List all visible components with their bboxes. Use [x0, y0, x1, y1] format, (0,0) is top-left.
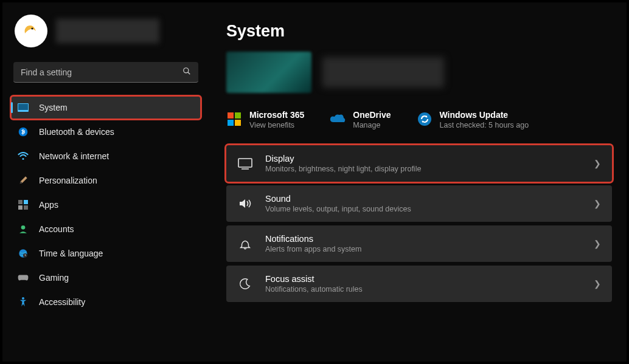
sidebar-item-apps[interactable]: Apps [11, 193, 201, 216]
sound-icon [237, 196, 253, 211]
user-block[interactable] [11, 15, 201, 47]
card-sound[interactable]: Sound Volume levels, output, input, soun… [226, 185, 612, 222]
card-focus-assist[interactable]: Focus assist Notifications, automatic ru… [226, 266, 612, 302]
sidebar-item-label: Network & internet [39, 151, 195, 161]
service-windows-update[interactable]: Windows Update Last checked: 5 hours ago [417, 110, 529, 129]
sidebar-item-accounts[interactable]: Accounts [11, 218, 201, 241]
page-title: System [226, 22, 612, 41]
svg-line-3 [188, 72, 190, 75]
svg-point-2 [184, 68, 189, 73]
search-box[interactable] [13, 62, 198, 83]
bluetooth-icon [17, 126, 29, 138]
avatar [15, 15, 47, 47]
search-input[interactable] [21, 67, 182, 77]
sidebar-item-label: Time & language [39, 249, 195, 258]
card-sub: Alerts from apps and system [265, 245, 582, 253]
card-title: Sound [265, 194, 582, 204]
system-icon [17, 101, 29, 114]
svg-rect-19 [235, 120, 241, 126]
service-sub: View benefits [249, 121, 304, 129]
svg-point-12 [21, 225, 26, 230]
main: System Microsoft 365 View benefits OneDr… [209, 2, 627, 362]
service-onedrive[interactable]: OneDrive Manage [330, 110, 391, 129]
chevron-right-icon: ❯ [594, 279, 601, 289]
sidebar-item-label: Apps [39, 200, 195, 210]
globe-icon [17, 247, 29, 259]
chevron-right-icon: ❯ [594, 239, 601, 249]
card-sub: Notifications, automatic rules [265, 285, 582, 294]
svg-point-7 [23, 158, 24, 160]
card-title: Focus assist [265, 274, 582, 284]
sidebar-item-label: Accounts [39, 224, 195, 234]
svg-point-0 [21, 31, 41, 43]
apps-icon [17, 199, 29, 211]
service-sub: Last checked: 5 hours ago [440, 121, 529, 129]
svg-point-1 [31, 27, 33, 29]
avatar-icon [19, 19, 43, 43]
gamepad-icon [17, 272, 29, 284]
device-thumbnail [226, 52, 311, 93]
service-title: Microsoft 365 [249, 110, 304, 120]
chevron-right-icon: ❯ [594, 159, 601, 168]
card-sub: Volume levels, output, input, sound devi… [265, 205, 582, 213]
svg-rect-17 [235, 112, 241, 118]
sidebar-item-gaming[interactable]: Gaming [11, 266, 201, 289]
accessibility-icon [17, 296, 29, 308]
paintbrush-icon [17, 174, 29, 187]
nav: System Bluetooth & devices Network & int… [11, 96, 201, 314]
services-row: Microsoft 365 View benefits OneDrive Man… [226, 110, 612, 129]
svg-point-15 [22, 297, 24, 300]
search-icon [182, 67, 191, 77]
service-ms365[interactable]: Microsoft 365 View benefits [226, 110, 304, 129]
card-notifications[interactable]: Notifications Alerts from apps and syste… [226, 225, 612, 262]
onedrive-icon [330, 111, 346, 127]
sidebar-item-label: Bluetooth & devices [39, 127, 195, 137]
moon-icon [237, 276, 253, 292]
svg-point-20 [418, 112, 431, 126]
svg-rect-21 [238, 159, 252, 167]
sidebar-item-time[interactable]: Time & language [11, 242, 201, 265]
person-icon [17, 223, 29, 235]
bell-icon [237, 236, 253, 252]
sidebar-item-label: Gaming [39, 273, 195, 283]
sidebar-item-network[interactable]: Network & internet [11, 145, 201, 168]
chevron-right-icon: ❯ [594, 199, 601, 208]
svg-rect-8 [18, 200, 23, 204]
card-display[interactable]: Display Monitors, brightness, night ligh… [226, 145, 612, 182]
settings-card-list: Display Monitors, brightness, night ligh… [226, 145, 612, 302]
sidebar-item-personalization[interactable]: Personalization [11, 169, 201, 192]
service-title: OneDrive [353, 110, 391, 120]
sidebar-item-accessibility[interactable]: Accessibility [11, 290, 201, 314]
wifi-icon [17, 150, 29, 162]
ms365-icon [226, 111, 242, 127]
user-info [56, 19, 159, 43]
sidebar: System Bluetooth & devices Network & int… [2, 2, 209, 362]
card-title: Notifications [265, 234, 582, 244]
service-title: Windows Update [440, 110, 529, 120]
device-info-text [322, 57, 444, 88]
card-title: Display [265, 154, 582, 163]
sidebar-item-bluetooth[interactable]: Bluetooth & devices [11, 120, 201, 143]
svg-rect-11 [24, 205, 28, 210]
svg-rect-10 [18, 205, 23, 210]
svg-rect-16 [228, 112, 234, 118]
sidebar-item-label: Accessibility [39, 297, 195, 307]
service-sub: Manage [353, 121, 391, 129]
update-icon [417, 111, 433, 127]
svg-rect-9 [24, 200, 28, 204]
sidebar-item-label: Personalization [39, 176, 195, 185]
svg-rect-18 [228, 120, 234, 126]
card-sub: Monitors, brightness, night light, displ… [265, 165, 582, 173]
device-info-row [226, 52, 612, 93]
sidebar-item-label: System [39, 103, 195, 112]
svg-rect-5 [18, 104, 28, 110]
display-icon [237, 156, 253, 171]
sidebar-item-system[interactable]: System [11, 96, 201, 119]
